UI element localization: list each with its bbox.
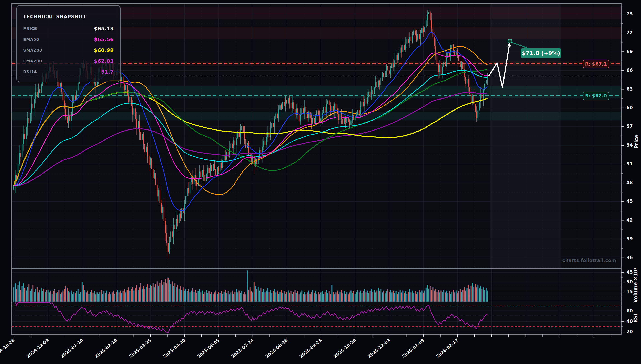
- y-tick-label: 60: [626, 308, 633, 314]
- y-tick-label: 72: [626, 30, 633, 35]
- y-tick-label: 69: [626, 49, 633, 54]
- snapshot-row-ema200: EMA200 $62.03: [23, 58, 114, 64]
- resistance-level-tag: R: $67.1: [583, 60, 609, 68]
- y-tick-label: 57: [626, 124, 633, 129]
- chart-page: 3639424548515457606366697275153045204060…: [0, 0, 641, 364]
- axis-title: Volume ×10⁶: [633, 268, 638, 303]
- snapshot-row-label: EMA50: [23, 37, 39, 42]
- snapshot-row-value: $62.03: [94, 58, 114, 64]
- snapshot-row-value: $65.13: [94, 26, 114, 32]
- x-tick-label: 2025-04-30: [162, 338, 186, 359]
- x-tick-label: 2025-12-03: [367, 338, 391, 359]
- snapshot-row-ema50: EMA50 $65.56: [23, 36, 114, 43]
- x-tick-label: 2024-10-28: [0, 338, 16, 359]
- forecast-target-callout: $71.0 (+9%): [521, 48, 561, 58]
- technical-snapshot-panel: TECHNICAL SNAPSHOT PRICE $65.13 EMA50 $6…: [16, 5, 121, 82]
- x-tick-label: 2025-01-10: [60, 338, 84, 359]
- snapshot-row-price: PRICE $65.13: [23, 25, 114, 32]
- snapshot-row-label: RSI14: [23, 70, 37, 74]
- rsi-panel-bg: [12, 302, 621, 334]
- snapshot-title: TECHNICAL SNAPSHOT: [23, 14, 86, 19]
- x-tick-label: 2026-02-17: [435, 338, 459, 359]
- snapshot-row-value: 51.7: [101, 69, 114, 75]
- y-tick-label: 66: [626, 68, 633, 73]
- support-level-tag: S: $62.0: [583, 92, 609, 100]
- snapshot-row-sma200: SMA200 $60.98: [23, 47, 114, 54]
- y-tick-label: 63: [626, 86, 633, 92]
- y-tick-label: 51: [626, 161, 633, 166]
- y-tick-label: 45: [626, 198, 633, 204]
- y-tick-label: 42: [626, 218, 633, 223]
- x-tick-label: 2026-01-09: [401, 338, 425, 359]
- y-tick-label: 39: [626, 236, 633, 242]
- y-tick-label: 30: [626, 279, 633, 284]
- y-tick-label: 48: [626, 180, 633, 185]
- snapshot-row-label: SMA200: [23, 48, 42, 52]
- axis-title: Price: [634, 135, 639, 149]
- snapshot-row-label: PRICE: [23, 26, 37, 31]
- snapshot-row-rsi14: RSI14 51.7: [23, 68, 114, 75]
- y-tick-label: 20: [626, 329, 633, 334]
- forecast-target-marker: [508, 39, 512, 43]
- y-tick-label: 15: [626, 289, 633, 294]
- y-tick-label: 45: [626, 270, 633, 275]
- snapshot-row-label: EMA200: [23, 59, 42, 63]
- x-tick-label: 2025-03-25: [128, 338, 152, 359]
- snapshot-row-value: $60.98: [94, 47, 114, 53]
- y-tick-label: 60: [626, 105, 633, 110]
- y-tick-label: 75: [626, 11, 633, 16]
- x-tick-label: 2025-10-28: [333, 338, 357, 359]
- snapshot-row-value: $65.56: [94, 36, 114, 42]
- x-tick-label: 2025-08-18: [265, 338, 289, 359]
- x-tick-label: 2025-09-23: [299, 338, 323, 359]
- y-tick-label: 36: [626, 255, 633, 260]
- x-tick-label: 2025-07-14: [231, 338, 255, 359]
- y-tick-label: 54: [626, 142, 633, 148]
- axis-title: RSI: [633, 314, 638, 323]
- x-tick-label: 2024-12-03: [26, 338, 50, 359]
- x-tick-label: 2025-02-18: [94, 338, 118, 359]
- x-tick-label: 2025-06-05: [196, 338, 220, 359]
- watermark: charts.foliotrail.com: [534, 258, 616, 263]
- y-tick-label: 40: [626, 318, 633, 324]
